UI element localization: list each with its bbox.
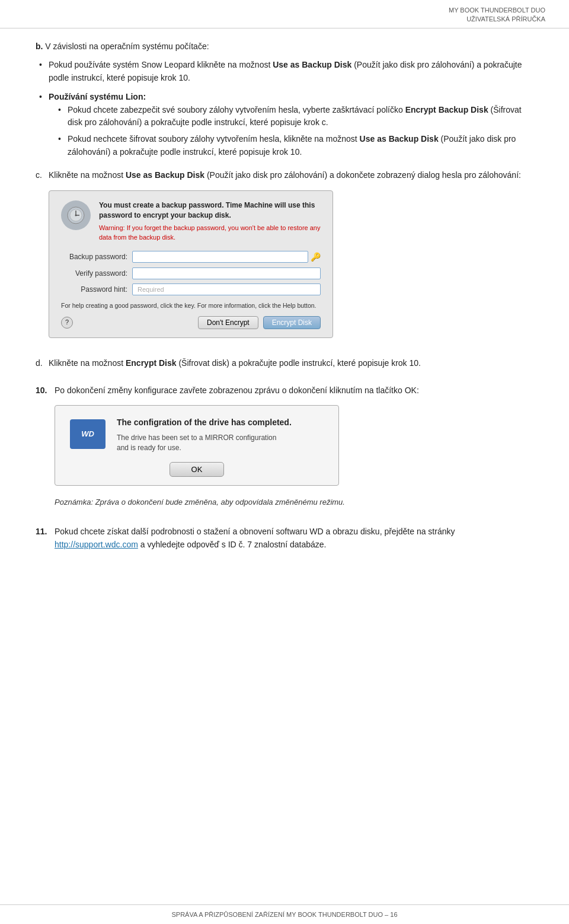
completion-inner: WD The configration of the drive has com… (67, 416, 327, 453)
backup-dialog-screenshot: You must create a backup password. Time … (49, 190, 333, 338)
lion-section: Používání systému Lion: Pokud chcete zab… (36, 91, 533, 158)
bullet-list: Pokud používáte systém Snow Leopard klik… (36, 59, 533, 84)
section-c: c. Klikněte na možnost Use as Backup Dis… (36, 169, 533, 349)
hint-input[interactable]: Required (132, 283, 321, 295)
footer-text: SPRÁVA A PŘIZPŮSOBENÍ ZAŘÍZENÍ MY BOOK T… (171, 911, 397, 918)
section-d-content: Klikněte na možnost Encrypt Disk (Šifrov… (49, 357, 533, 376)
page-header: MY BOOK THUNDERBOLT DUO UŽIVATELSKÁ PŘÍR… (0, 0, 569, 28)
section-d-label: d. (36, 357, 49, 376)
section-10-label: 10. (36, 384, 55, 518)
dialog-buttons: ? Don't Encrypt Encrypt Disk (61, 316, 321, 329)
backup-password-input[interactable] (132, 251, 308, 263)
ok-btn-row: OK (67, 462, 327, 477)
section-10: 10. Po dokončení změny konfigurace zavře… (36, 384, 533, 518)
lion-heading: Používání systému Lion: (49, 92, 146, 101)
lion-dash-2: Pokud nechcete šifrovat soubory zálohy v… (55, 133, 533, 158)
section-11-label: 11. (36, 525, 55, 557)
backup-password-label: Backup password: (61, 251, 132, 263)
dont-encrypt-button[interactable]: Don't Encrypt (198, 316, 258, 329)
time-machine-svg (65, 205, 87, 226)
completion-sub-text2: and is ready for use. (117, 443, 327, 453)
lion-dash-list: Pokud chcete zabezpečit své soubory zálo… (49, 104, 533, 159)
verify-password-input[interactable] (132, 267, 321, 279)
section-c-content: Klikněte na možnost Use as Backup Disk (… (49, 169, 533, 349)
dialog-fields: Backup password: 🔑 Verify password: Pass… (61, 251, 321, 296)
hint-row: Password hint: Required (61, 283, 321, 295)
verify-password-row: Verify password: (61, 267, 321, 279)
dialog-warning: Warning: If you forget the backup passwo… (99, 224, 321, 243)
wdc-link[interactable]: http://support.wdc.com (55, 540, 138, 549)
help-button[interactable]: ? (61, 317, 73, 329)
dialog-main-text: You must create a backup password. Time … (99, 200, 321, 221)
section-c-label: c. (36, 169, 49, 349)
section-d: d. Klikněte na možnost Encrypt Disk (Šif… (36, 357, 533, 376)
key-icon: 🔑 (311, 251, 321, 264)
time-machine-icon (61, 200, 91, 230)
wd-drive-icon: WD (70, 419, 106, 449)
lion-dash-1: Pokud chcete zabezpečit své soubory zálo… (55, 104, 533, 129)
completion-main-text: The configration of the drive has comple… (117, 416, 327, 429)
bullet-item-1: Pokud používáte systém Snow Leopard klik… (36, 59, 533, 84)
section-11-text: Pokud chcete získat další podrobnosti o … (55, 525, 533, 551)
section-b: b. b. V závislosti na operačním systému … (36, 40, 533, 159)
section-11-content: Pokud chcete získat další podrobnosti o … (55, 525, 533, 557)
section-11: 11. Pokud chcete získat další podrobnost… (36, 525, 533, 557)
dialog-title-area: You must create a backup password. Time … (61, 200, 321, 245)
ok-button[interactable]: OK (170, 462, 225, 477)
section-10-content: Po dokončení změny konfigurace zavřete z… (55, 384, 533, 518)
encrypt-disk-button[interactable]: Encrypt Disk (263, 316, 321, 329)
completion-text-block: The configration of the drive has comple… (117, 416, 327, 453)
main-content: b. b. V závislosti na operačním systému … (0, 28, 569, 613)
lion-item: Používání systému Lion: Pokud chcete zab… (36, 91, 533, 158)
completion-dialog-screenshot: WD The configration of the drive has com… (55, 405, 339, 485)
wd-text: WD (81, 428, 94, 440)
hint-label: Password hint: (61, 284, 132, 295)
backup-password-row: Backup password: 🔑 (61, 251, 321, 264)
dialog-help-text: For help creating a good password, click… (61, 301, 321, 310)
section-10-text: Po dokončení změny konfigurace zavřete z… (55, 384, 533, 397)
completion-sub-text1: The drive has been set to a MIRROR confi… (117, 433, 327, 443)
header-line2: UŽIVATELSKÁ PŘÍRUČKA (24, 15, 545, 24)
section-c-text: Klikněte na možnost Use as Backup Disk (… (49, 169, 533, 182)
hint-placeholder: Required (135, 285, 164, 295)
page-footer: SPRÁVA A PŘIZPŮSOBENÍ ZAŘÍZENÍ MY BOOK T… (0, 904, 569, 924)
note-text: Poznámka: Zpráva o dokončení bude změněn… (55, 496, 533, 508)
section-b-intro: b. b. V závislosti na operačním systému … (36, 40, 533, 53)
header-line1: MY BOOK THUNDERBOLT DUO (24, 6, 545, 15)
section-d-text: Klikněte na možnost Encrypt Disk (Šifrov… (49, 357, 533, 370)
verify-password-label: Verify password: (61, 268, 132, 279)
svg-point-4 (75, 214, 77, 216)
wd-logo-box: WD (67, 416, 108, 452)
dialog-text-block: You must create a backup password. Time … (99, 200, 321, 245)
